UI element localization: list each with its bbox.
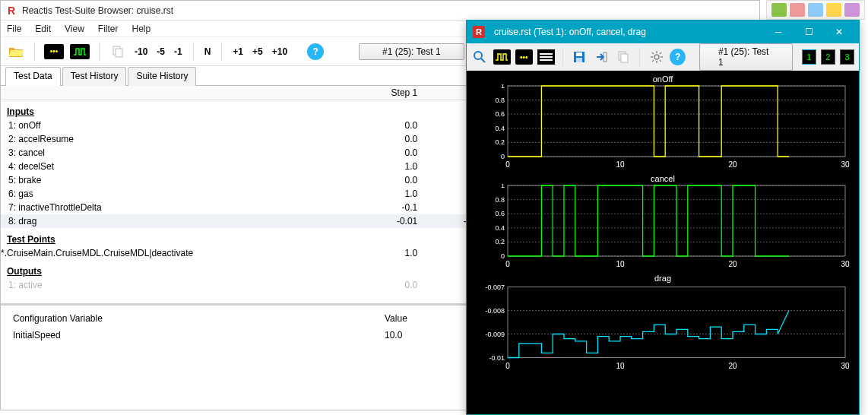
svg-text:0: 0 (501, 153, 505, 160)
svg-line-18 (660, 52, 661, 54)
signal2-icon[interactable] (70, 44, 90, 59)
svg-text:0.4: 0.4 (495, 224, 505, 232)
help-icon[interactable]: ? (670, 49, 686, 65)
svg-text:0: 0 (501, 252, 505, 260)
cell: 0.0 (324, 119, 423, 132)
plot-titlebar[interactable]: R cruise.rst (Test 1): onOff, cancel, dr… (467, 21, 859, 43)
plot-test-selector[interactable]: #1 (25): Test 1 (699, 43, 793, 71)
row-name: *.CruiseMain.CruiseMDL.CruiseMDL|deactiv… (1, 246, 324, 260)
cell: 0.0 (324, 278, 423, 292)
chart-title: cancel (473, 173, 853, 184)
view-2-button[interactable]: 2 (821, 49, 835, 65)
row-name: 5: brake (1, 173, 324, 187)
minimize-icon[interactable]: ─ (765, 24, 792, 40)
step-minus1[interactable]: -1 (173, 46, 184, 57)
svg-point-10 (654, 55, 659, 59)
svg-text:30: 30 (841, 362, 850, 370)
menu-view[interactable]: View (65, 24, 84, 34)
chart-onOff: onOff00.20.40.60.810102030 (473, 74, 853, 172)
svg-text:0.8: 0.8 (495, 196, 505, 204)
cell: -0.01 (324, 214, 423, 228)
svg-text:-0.007: -0.007 (485, 284, 505, 291)
dots-icon[interactable]: ••• (515, 49, 533, 65)
app-icon: R (473, 26, 485, 38)
row-name: 1: onOff (1, 119, 324, 132)
config-var-header[interactable]: Configuration Variable (8, 310, 380, 327)
search-icon[interactable] (471, 48, 489, 66)
cell: 0.0 (324, 132, 423, 146)
cell: 1.0 (324, 246, 423, 260)
tab-suite-history[interactable]: Suite History (128, 67, 196, 86)
step-n[interactable]: N (203, 46, 213, 57)
signal1-icon[interactable]: ••• (44, 44, 64, 59)
svg-text:0: 0 (505, 362, 510, 370)
svg-line-16 (660, 60, 661, 62)
svg-text:30: 30 (841, 260, 850, 268)
svg-text:1: 1 (501, 84, 505, 90)
cell: -0.1 (324, 201, 423, 214)
app-icon: R (5, 5, 17, 17)
svg-rect-9 (621, 54, 628, 62)
copy-icon[interactable] (615, 48, 632, 66)
svg-rect-35 (508, 86, 845, 157)
step-plus10[interactable]: +10 (271, 46, 289, 57)
plot-window: R cruise.rst (Test 1): onOff, cancel, dr… (466, 20, 860, 415)
background-toolbar (766, 0, 865, 20)
svg-rect-5 (576, 52, 582, 56)
cell: 0.0 (324, 146, 423, 160)
close-icon[interactable]: ✕ (825, 24, 853, 40)
copy-icon[interactable] (109, 43, 127, 61)
menu-file[interactable]: File (7, 24, 21, 34)
svg-text:20: 20 (728, 260, 737, 268)
step-plus5[interactable]: +5 (251, 46, 265, 57)
svg-line-15 (652, 52, 654, 54)
svg-text:1: 1 (501, 184, 505, 189)
help-icon[interactable]: ? (307, 43, 324, 60)
svg-text:10: 10 (616, 160, 625, 169)
main-titlebar[interactable]: R Reactis Test-Suite Browser: cruise.rst (1, 1, 759, 21)
list-icon[interactable] (537, 49, 555, 65)
menu-edit[interactable]: Edit (35, 24, 51, 34)
export-icon[interactable] (593, 48, 610, 66)
row-name: 6: gas (1, 187, 324, 201)
charts-area: onOff00.20.40.60.810102030cancel00.20.40… (467, 71, 859, 382)
row-name: 1: active (1, 278, 324, 292)
plot-toolbar: ••• ? #1 (25): Test 1 1 2 3 (467, 43, 859, 71)
col-name-header[interactable] (1, 86, 324, 100)
gear-icon[interactable] (648, 48, 665, 66)
view-1-button[interactable]: 1 (802, 49, 816, 65)
svg-text:0.8: 0.8 (495, 97, 505, 104)
svg-text:20: 20 (728, 362, 737, 370)
open-icon[interactable] (7, 43, 25, 61)
test-selector[interactable]: #1 (25): Test 1 (359, 43, 464, 60)
svg-rect-65 (508, 287, 845, 358)
svg-rect-1 (116, 49, 122, 57)
svg-rect-6 (576, 58, 582, 62)
svg-text:0.2: 0.2 (495, 138, 505, 146)
cell: 1.0 (324, 160, 423, 173)
menu-filter[interactable]: Filter (98, 24, 119, 34)
svg-text:0: 0 (505, 260, 510, 268)
chart-title: onOff (473, 74, 853, 84)
step-plus1[interactable]: +1 (231, 46, 245, 57)
view-3-button[interactable]: 3 (840, 49, 854, 65)
svg-text:-0.01: -0.01 (489, 354, 505, 362)
signal-icon[interactable] (493, 49, 511, 65)
main-title: Reactis Test-Suite Browser: cruise.rst (22, 5, 173, 16)
tab-test-history[interactable]: Test History (62, 67, 127, 86)
svg-text:0.6: 0.6 (495, 210, 505, 217)
svg-text:0: 0 (505, 160, 510, 169)
svg-line-17 (652, 60, 654, 62)
tab-test-data[interactable]: Test Data (5, 67, 61, 86)
maximize-icon[interactable]: ☐ (795, 24, 822, 40)
step-minus10[interactable]: -10 (133, 46, 149, 57)
col-step1-header[interactable]: Step 1 (324, 86, 423, 100)
config-var: InitialSpeed (8, 327, 380, 344)
row-name: 8: drag (1, 214, 324, 228)
menu-help[interactable]: Help (132, 24, 151, 34)
step-minus5[interactable]: -5 (155, 46, 166, 57)
svg-text:-0.009: -0.009 (485, 331, 505, 338)
chart-cancel: cancel00.20.40.60.810102030 (473, 173, 853, 271)
save-icon[interactable] (571, 48, 588, 66)
row-name: 7: inactiveThrottleDelta (1, 201, 324, 214)
